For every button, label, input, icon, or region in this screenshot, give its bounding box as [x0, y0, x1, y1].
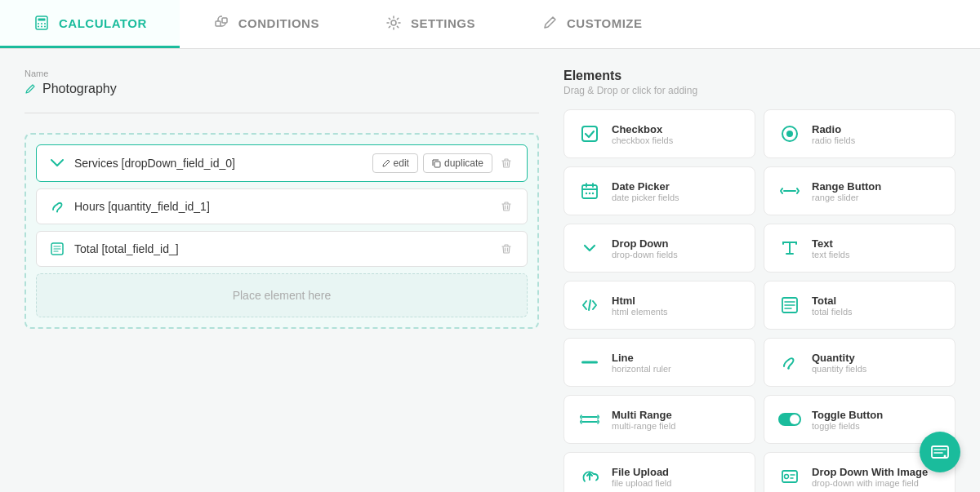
svg-point-23 — [787, 367, 789, 369]
elements-title: Elements — [564, 69, 956, 83]
element-name-multi-range: Multi Range — [612, 409, 675, 421]
svg-point-5 — [38, 26, 39, 28]
name-label: Name — [24, 69, 539, 78]
fields-container: Services [dropDown_field_id_0] edit dupl… — [24, 133, 539, 329]
svg-rect-11 — [434, 162, 440, 167]
element-card-drop-down[interactable]: Drop Down drop-down fields — [564, 224, 755, 273]
line-icon — [577, 350, 602, 375]
element-desc-text: text fields — [812, 250, 849, 259]
element-name-html: Html — [612, 295, 667, 307]
element-desc-total: total fields — [812, 307, 853, 317]
field-label-services: Services [dropDown_field_id_0] — [74, 157, 364, 170]
svg-rect-17 — [582, 185, 597, 198]
trash-button-hours[interactable] — [497, 197, 515, 215]
trash-button-total[interactable] — [497, 240, 515, 258]
fab-button[interactable] — [920, 432, 960, 472]
svg-point-2 — [38, 23, 39, 24]
element-card-checkbox[interactable]: Checkbox checkbox fields — [564, 109, 755, 158]
main-content: Name Photography Services [dropDown_fiel… — [0, 49, 980, 492]
svg-point-29 — [944, 455, 947, 458]
duplicate-button-services[interactable]: duplicate — [423, 153, 492, 173]
element-name-file-upload: File Upload — [612, 466, 671, 478]
element-name-quantity: Quantity — [812, 352, 866, 364]
svg-point-20 — [592, 193, 594, 194]
svg-point-25 — [790, 414, 800, 424]
name-value: Photography — [42, 82, 117, 96]
file-upload-icon — [577, 464, 602, 489]
field-actions-services: edit duplicate — [372, 153, 515, 173]
element-desc-drop-down-image: drop-down with image field — [812, 478, 928, 488]
name-divider — [24, 113, 539, 113]
quantity-icon — [777, 350, 802, 375]
element-card-date-picker[interactable]: Date Picker date picker fields — [564, 166, 755, 215]
edit-button-services[interactable]: edit — [372, 153, 418, 173]
svg-point-27 — [785, 475, 789, 479]
conditions-icon — [212, 14, 230, 32]
svg-point-12 — [56, 211, 58, 213]
text-icon — [777, 236, 802, 260]
svg-rect-9 — [222, 18, 227, 23]
element-name-checkbox: Checkbox — [612, 123, 673, 135]
element-desc-multi-range: multi-range field — [612, 421, 675, 431]
svg-rect-1 — [38, 19, 46, 21]
tab-conditions-label: CONDITIONS — [238, 16, 319, 30]
element-desc-toggle-button: toggle fields — [812, 421, 883, 431]
element-card-multi-range[interactable]: Multi Range multi-range field — [564, 395, 755, 444]
place-element-placeholder[interactable]: Place element here — [36, 273, 528, 317]
date-picker-icon — [577, 179, 602, 203]
field-row-total[interactable]: Total [total_field_id_] — [36, 231, 528, 267]
element-card-range-button[interactable]: Range Button range slider — [764, 166, 956, 215]
svg-point-6 — [41, 26, 42, 28]
element-desc-html: html elements — [612, 307, 667, 317]
tab-calculator-label: CALCULATOR — [59, 16, 147, 30]
tab-settings[interactable]: SETTINGS — [352, 0, 508, 48]
element-desc-drop-down: drop-down fields — [612, 250, 678, 259]
element-card-html[interactable]: Html html elements — [564, 281, 755, 330]
element-card-total[interactable]: Total total fields — [764, 281, 956, 330]
element-desc-quantity: quantity fields — [812, 364, 866, 374]
element-card-text[interactable]: Text text fields — [764, 224, 956, 273]
element-desc-range-button: range slider — [812, 193, 881, 202]
element-name-toggle-button: Toggle Button — [812, 409, 883, 421]
element-name-radio: Radio — [812, 123, 855, 135]
tab-customize[interactable]: CUSTOMIZE — [508, 0, 675, 48]
multi-range-icon — [577, 407, 602, 432]
svg-rect-8 — [216, 21, 220, 26]
name-input-row: Photography — [24, 82, 539, 96]
svg-point-7 — [44, 26, 46, 28]
svg-rect-14 — [582, 126, 597, 141]
tab-conditions[interactable]: CONDITIONS — [180, 0, 352, 48]
range-button-icon — [777, 179, 802, 203]
element-name-line: Line — [612, 352, 671, 364]
element-name-drop-down-image: Drop Down With Image — [812, 466, 928, 478]
html-icon — [577, 293, 602, 317]
svg-point-16 — [786, 131, 793, 137]
right-panel: Elements Drag & Drop or click for adding… — [564, 69, 956, 492]
customize-icon — [541, 14, 559, 32]
element-desc-date-picker: date picker fields — [612, 193, 679, 202]
svg-point-10 — [391, 20, 396, 25]
element-name-drop-down: Drop Down — [612, 237, 678, 250]
drop-down-image-icon — [777, 464, 802, 489]
tab-customize-label: CUSTOMIZE — [567, 16, 643, 30]
element-card-quantity[interactable]: Quantity quantity fields — [764, 338, 956, 387]
element-desc-radio: radio fields — [812, 135, 855, 145]
field-row-services[interactable]: Services [dropDown_field_id_0] edit dupl… — [36, 144, 528, 182]
element-desc-file-upload: file upload field — [612, 478, 671, 488]
drop-down-icon — [577, 236, 602, 260]
field-row-hours[interactable]: Hours [quantity_field_id_1] — [36, 188, 528, 224]
element-name-date-picker: Date Picker — [612, 180, 679, 193]
element-card-file-upload[interactable]: File Upload file upload field — [564, 452, 755, 492]
svg-point-4 — [44, 23, 46, 24]
field-label-total: Total [total_field_id_] — [74, 242, 489, 255]
svg-point-3 — [41, 23, 42, 24]
trash-button-services[interactable] — [497, 154, 515, 172]
svg-point-18 — [586, 193, 587, 194]
tab-settings-label: SETTINGS — [411, 16, 475, 30]
element-card-radio[interactable]: Radio radio fields — [764, 109, 956, 158]
field-label-hours: Hours [quantity_field_id_1] — [74, 200, 489, 213]
tab-calculator[interactable]: CALCULATOR — [0, 0, 180, 48]
toggle-button-icon — [777, 407, 802, 432]
total-field-icon — [48, 240, 66, 258]
element-card-line[interactable]: Line horizontal ruler — [564, 338, 755, 387]
